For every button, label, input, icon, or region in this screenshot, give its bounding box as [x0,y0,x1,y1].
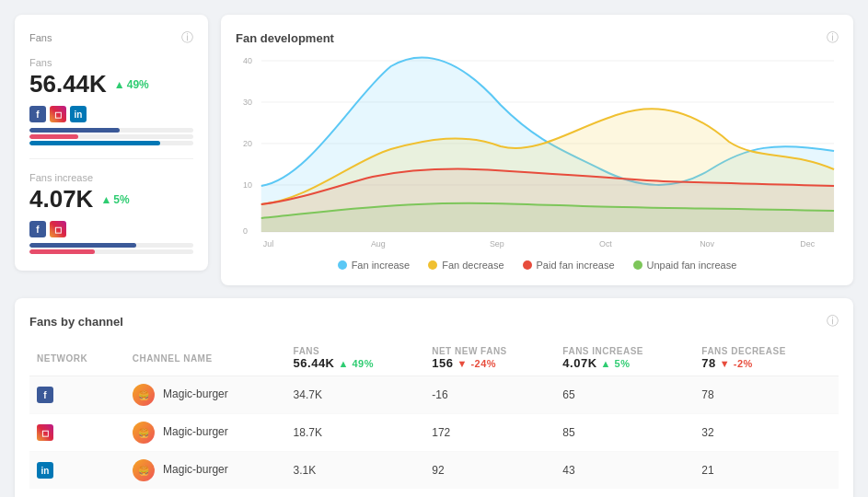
legend-paid-fan-increase-dot [523,260,532,270]
fans-inc-instagram-icon: ◻ [50,221,66,237]
col-fans-inc: FANS INCREASE 4.07K ▲ 5% [555,341,694,376]
table-row: ◻ 🍔 Magic-burger 18.7K 172 85 32 [29,414,839,452]
svg-text:Sep: Sep [490,239,504,248]
channel-name: Magic-burger [163,425,228,438]
chart-container: 40 30 20 10 0 Jul Aug Sep Oct Nov [236,50,839,252]
fans-progress-li-fill [29,141,160,145]
cell-channel: 🍔 Magic-burger [125,376,286,414]
cell-fans-inc: 43 [555,452,694,490]
linkedin-icon: in [70,106,87,122]
channel-name: Magic-burger [163,387,228,400]
svg-text:Dec: Dec [800,239,815,248]
cell-network: f [29,376,125,414]
fans-stat-label: Fans [29,57,193,68]
table-row: in 🍔 Magic-burger 3.1K 92 43 21 [29,452,839,490]
channel-name: Magic-burger [163,463,228,476]
fans-inc-col-header: FANS INCREASE 4.07K ▲ 5% [562,346,687,370]
fans-card-title: Fans [29,32,52,43]
row-network-icon: in [37,462,53,479]
cell-fans: 34.7K [286,376,425,414]
col-fans-dec: FANS DECREASE 78 ▼ -2% [694,341,839,376]
fans-inc-col-label: FANS INCREASE [562,346,643,356]
chart-legend: Fan increase Fan decrease Paid fan incre… [236,260,839,271]
fans-col-header: FANS 56.44K ▲ 49% [294,346,418,370]
row-network-icon: f [37,387,53,403]
chart-card: Fan development ⓘ 40 30 20 10 0 [221,15,853,285]
fans-inc-progress-ig-fill [29,249,95,254]
fans-progress-ig-fill [29,134,78,139]
dashboard: Fans ⓘ Fans 56.44K ▲ 49% f ◻ in [15,15,853,497]
fans-social-icons: f ◻ in [29,106,193,122]
fans-progress-ig [29,134,193,139]
fans-summary-value: 56.44K [294,356,335,370]
table-row: f 🍔 Magic-burger 34.7K -16 65 78 [29,376,839,414]
legend-unpaid-fan-increase-dot [633,260,642,270]
legend-fan-increase: Fan increase [338,260,411,271]
net-new-change: -24% [470,358,496,369]
svg-text:Nov: Nov [700,239,714,248]
net-new-col-header: NET NEW FANS 156 ▼ -24% [432,346,548,370]
fans-increase-change: 5% [113,193,129,206]
cell-network: ◻ [29,414,125,452]
fans-increase-arrow: ▲ [100,193,111,206]
cell-fans: 18.7K [286,414,425,452]
fans-divider [29,158,193,159]
svg-text:30: 30 [243,98,252,107]
fans-arrow-up: ▲ [114,78,125,91]
chart-info-icon[interactable]: ⓘ [827,29,839,46]
instagram-icon: ◻ [50,106,66,122]
legend-fan-decrease: Fan decrease [428,260,503,271]
fans-card-header: Fans ⓘ [29,29,193,46]
fans-col-label: FANS [294,346,320,356]
channel-avatar: 🍔 [133,384,155,406]
fans-by-channel-card: Fans by channel ⓘ NETWORK CHANNEL NAME F… [15,298,853,497]
cell-fans-dec: 21 [694,452,839,490]
svg-text:0: 0 [243,226,248,236]
legend-paid-fan-increase: Paid fan increase [523,260,615,271]
legend-unpaid-fan-increase: Unpaid fan increase [633,260,737,271]
cell-channel: 🍔 Magic-burger [125,452,286,490]
fans-dec-change: -2% [734,358,753,369]
fans-dec-summary: 78 [701,356,715,370]
col-network: NETWORK [29,341,125,376]
net-new-col-label: NET NEW FANS [432,346,507,356]
svg-text:Oct: Oct [599,239,612,248]
fans-dec-col-label: FANS DECREASE [701,346,786,356]
fans-dec-badge: ▼ -2% [720,358,753,369]
table-info-icon[interactable]: ⓘ [827,313,839,329]
left-cards: Fans ⓘ Fans 56.44K ▲ 49% f ◻ in [15,15,208,285]
fans-badge: ▲ 49% [114,78,149,91]
fans-dec-arrow: ▼ [720,358,730,369]
fans-inc-summary: 4.07K [562,356,596,370]
fans-inc-subrow: 4.07K ▲ 5% [562,356,687,370]
cell-fans-dec: 32 [694,414,839,452]
table-header-row: NETWORK CHANNEL NAME FANS 56.44K ▲ 49% [29,341,839,376]
cell-net-new: 172 [424,414,555,452]
fans-sum-change: 49% [352,358,374,369]
fans-increase-social-icons: f ◻ [29,221,193,237]
cell-fans: 3.1K [286,452,425,490]
fans-change: 49% [127,78,149,91]
facebook-icon: f [29,106,46,122]
net-new-summary: 156 [432,356,453,370]
legend-fan-decrease-label: Fan decrease [442,260,503,271]
cell-net-new: 92 [424,452,555,490]
chart-title: Fan development [236,31,334,45]
fans-inc-progress-fb-fill [29,243,136,248]
legend-fan-decrease-dot [428,260,437,270]
legend-unpaid-fan-increase-label: Unpaid fan increase [647,260,737,271]
table-title: Fans by channel [29,315,123,329]
col-channel: CHANNEL NAME [125,341,286,376]
fans-increase-badge: ▲ 5% [100,193,129,206]
fans-increase-value: 4.07K ▲ 5% [29,185,193,214]
cell-fans-inc: 85 [555,414,694,452]
table-head: NETWORK CHANNEL NAME FANS 56.44K ▲ 49% [29,341,839,376]
fans-info-icon[interactable]: ⓘ [181,29,193,46]
fans-progress-li [29,141,193,145]
legend-fan-increase-dot [338,260,347,270]
fans-inc-progress-ig [29,249,193,254]
fans-increase-label: Fans increase [29,172,193,183]
fans-summary-badge: ▲ 49% [339,358,374,369]
fans-table: NETWORK CHANNEL NAME FANS 56.44K ▲ 49% [29,341,839,489]
svg-text:40: 40 [243,56,252,65]
